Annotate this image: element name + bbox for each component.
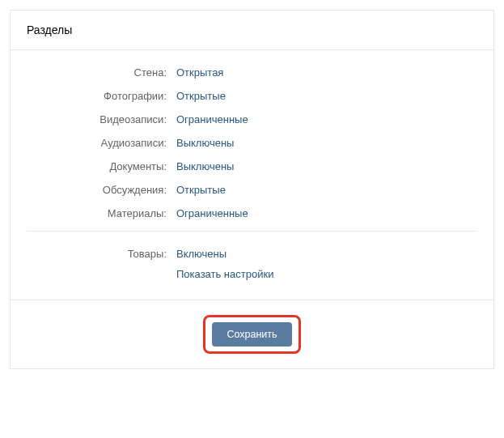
- row-videos-label: Видеозаписи:: [27, 113, 176, 125]
- divider: [27, 231, 477, 232]
- row-wall: Стена: Открытая: [27, 66, 477, 79]
- row-discussions: Обсуждения: Открытые: [27, 184, 477, 196]
- save-button[interactable]: Сохранить: [212, 322, 291, 347]
- row-videos-value[interactable]: Ограниченные: [176, 113, 248, 125]
- row-materials-label: Материалы:: [27, 207, 176, 219]
- row-photos: Фотографии: Открытые: [27, 90, 477, 102]
- row-audio-label: Аудиозаписи:: [27, 137, 176, 149]
- sections-panel: Разделы Стена: Открытая Фотографии: Откр…: [10, 10, 494, 369]
- row-documents-label: Документы:: [27, 160, 176, 172]
- row-discussions-label: Обсуждения:: [27, 184, 176, 196]
- panel-body: Стена: Открытая Фотографии: Открытые Вид…: [11, 50, 493, 300]
- row-discussions-value[interactable]: Открытые: [176, 184, 226, 196]
- row-goods: Товары: Включены: [27, 248, 477, 260]
- row-goods-value[interactable]: Включены: [176, 248, 227, 260]
- row-audio: Аудиозаписи: Выключены: [27, 137, 477, 149]
- row-goods-label: Товары:: [27, 248, 176, 260]
- row-goods-settings: Показать настройки: [27, 268, 477, 280]
- save-highlight: Сохранить: [203, 315, 300, 354]
- panel-footer: Сохранить: [11, 300, 493, 368]
- panel-header: Разделы: [11, 11, 493, 50]
- panel-title: Разделы: [27, 23, 477, 36]
- row-wall-value[interactable]: Открытая: [176, 66, 223, 79]
- row-documents: Документы: Выключены: [27, 160, 477, 172]
- row-videos: Видеозаписи: Ограниченные: [27, 113, 477, 125]
- row-materials: Материалы: Ограниченные: [27, 207, 477, 219]
- row-photos-value[interactable]: Открытые: [176, 90, 226, 102]
- row-documents-value[interactable]: Выключены: [176, 160, 234, 172]
- row-photos-label: Фотографии:: [27, 90, 176, 102]
- show-settings-link[interactable]: Показать настройки: [176, 268, 273, 280]
- row-audio-value[interactable]: Выключены: [176, 137, 234, 149]
- row-wall-label: Стена:: [27, 66, 176, 79]
- row-materials-value[interactable]: Ограниченные: [176, 207, 248, 219]
